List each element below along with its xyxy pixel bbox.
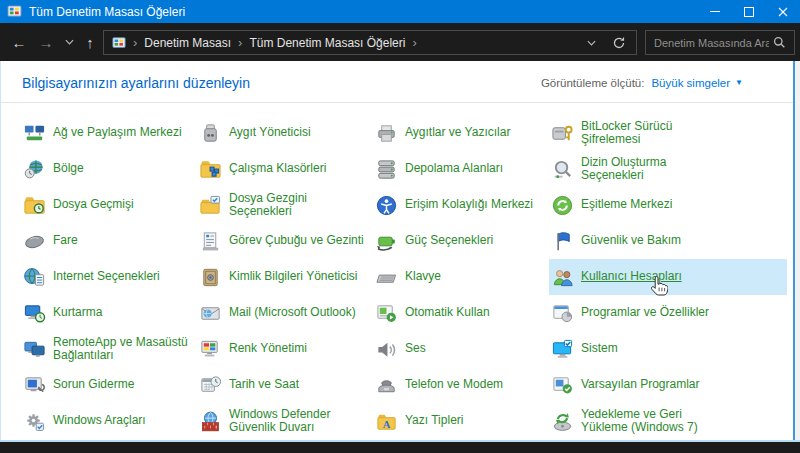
- control-panel-item[interactable]: Ses: [373, 331, 549, 367]
- item-label: Mail (Microsoft Outlook): [229, 306, 373, 320]
- control-panel-item[interactable]: Telefon ve Modem: [373, 367, 549, 403]
- control-panel-item[interactable]: RemoteApp ve Masaüstü Bağlantıları: [21, 331, 197, 367]
- control-panel-item[interactable]: Programlar ve Özellikler: [549, 295, 787, 331]
- up-button[interactable]: ↑: [78, 23, 102, 61]
- minimize-button[interactable]: [698, 0, 732, 23]
- control-panel-item[interactable]: Internet Seçenekleri: [21, 259, 197, 295]
- view-by-label: Görüntüleme ölçütü:: [541, 77, 645, 89]
- item-label: RemoteApp ve Masaüstü Bağlantıları: [53, 336, 197, 363]
- breadcrumb-item-control-panel[interactable]: Denetim Masası: [144, 36, 231, 50]
- item-label: Güvenlik ve Bakım: [581, 234, 727, 248]
- system-icon: [551, 338, 574, 361]
- window-right-edge: [795, 61, 800, 440]
- user-accounts-icon: [551, 266, 574, 289]
- control-panel-item[interactable]: Ağ ve Paylaşım Merkezi: [21, 115, 197, 151]
- control-panel-grid: Ağ ve Paylaşım MerkeziAygıt YöneticisiAy…: [21, 115, 787, 439]
- search-icon[interactable]: [773, 36, 786, 49]
- close-button[interactable]: [766, 0, 800, 23]
- breadcrumb-separator: ›: [412, 35, 416, 50]
- item-label: Internet Seçenekleri: [53, 270, 197, 284]
- content-header: Bilgisayarınızın ayarlarını düzenleyin G…: [1, 61, 793, 103]
- backup-restore-icon: [551, 410, 574, 433]
- control-panel-item[interactable]: Dosya Gezgini Seçenekleri: [197, 187, 373, 223]
- control-panel-item[interactable]: Görev Çubuğu ve Gezinti: [197, 223, 373, 259]
- control-panel-item[interactable]: Aygıtlar ve Yazıcılar: [373, 115, 549, 151]
- network-share-icon: [23, 122, 46, 145]
- control-panel-item[interactable]: Bölge: [21, 151, 197, 187]
- svg-text:A: A: [383, 418, 391, 429]
- control-panel-item[interactable]: Erişim Kolaylığı Merkezi: [373, 187, 549, 223]
- item-label: Renk Yönetimi: [229, 342, 373, 356]
- control-panel-item[interactable]: Otomatik Kullan: [373, 295, 549, 331]
- control-panel-item[interactable]: Sorun Giderme: [21, 367, 197, 403]
- item-label: Ağ ve Paylaşım Merkezi: [53, 126, 197, 140]
- default-programs-icon: [551, 374, 574, 397]
- control-panel-item[interactable]: Güvenlik ve Bakım: [549, 223, 787, 259]
- forward-icon: →: [39, 34, 54, 51]
- control-panel-item[interactable]: Klavye: [373, 259, 549, 295]
- fonts-icon: A: [375, 410, 398, 433]
- autoplay-icon: [375, 302, 398, 325]
- navigation-bar: ← → ↑ › Denetim Masası › Tüm Denetim Mas…: [0, 23, 800, 61]
- recovery-icon: [23, 302, 46, 325]
- sync-center-icon: [551, 194, 574, 217]
- bitlocker-icon: [551, 122, 574, 145]
- control-panel-icon: [7, 4, 22, 19]
- color-management-icon: [199, 338, 222, 361]
- item-label: Yedekleme ve Geri Yükleme (Windows 7): [581, 408, 727, 435]
- control-panel-item[interactable]: Aygıt Yöneticisi: [197, 115, 373, 151]
- control-panel-item[interactable]: Windows Araçları: [21, 403, 197, 439]
- keyboard-icon: [375, 266, 398, 289]
- item-label: Kimlik Bilgileri Yöneticisi: [229, 270, 373, 284]
- breadcrumb-separator: ›: [133, 35, 137, 50]
- address-dropdown-icon[interactable]: [587, 40, 596, 46]
- control-panel-item[interactable]: AYazı Tipleri: [373, 403, 549, 439]
- search-box: [645, 30, 795, 55]
- firewall-icon: [199, 410, 222, 433]
- region-icon: [23, 158, 46, 181]
- devices-printers-icon: [375, 122, 398, 145]
- control-panel-item[interactable]: Kurtarma: [21, 295, 197, 331]
- search-input[interactable]: [646, 37, 773, 49]
- control-panel-item[interactable]: Kullanıcı Hesapları: [549, 259, 787, 295]
- window-bottom-frame: [0, 440, 800, 453]
- back-icon: ←: [12, 34, 27, 51]
- forward-button[interactable]: →: [33, 23, 59, 61]
- control-panel-item[interactable]: Windows Defender Güvenlik Duvarı: [197, 403, 373, 439]
- recent-pages-button[interactable]: [58, 23, 80, 61]
- page-title: Bilgisayarınızın ayarlarını düzenleyin: [22, 75, 250, 91]
- control-panel-item[interactable]: Güç Seçenekleri: [373, 223, 549, 259]
- item-label: Windows Araçları: [53, 414, 197, 428]
- control-panel-item[interactable]: Çalışma Klasörleri: [197, 151, 373, 187]
- item-label: Aygıtlar ve Yazıcılar: [405, 126, 549, 140]
- item-label: Görev Çubuğu ve Gezinti: [229, 234, 373, 248]
- control-panel-item[interactable]: Tarih ve Saat: [197, 367, 373, 403]
- storage-spaces-icon: [375, 158, 398, 181]
- control-panel-item[interactable]: Yedekleme ve Geri Yükleme (Windows 7): [549, 403, 787, 439]
- chevron-down-icon: [65, 39, 74, 45]
- control-panel-item[interactable]: Mail (Microsoft Outlook): [197, 295, 373, 331]
- control-panel-item[interactable]: Kimlik Bilgileri Yöneticisi: [197, 259, 373, 295]
- back-button[interactable]: ←: [6, 23, 32, 61]
- control-panel-item[interactable]: Eşitleme Merkezi: [549, 187, 787, 223]
- control-panel-item[interactable]: Dosya Geçmişi: [21, 187, 197, 223]
- breadcrumb-item-all-items[interactable]: Tüm Denetim Masası Öğeleri: [249, 36, 405, 50]
- refresh-icon[interactable]: [612, 36, 626, 50]
- dropdown-caret-icon: ▼: [735, 78, 743, 87]
- control-panel-item[interactable]: Varsayılan Programlar: [549, 367, 787, 403]
- power-options-icon: [375, 230, 398, 253]
- security-maintenance-icon: [551, 230, 574, 253]
- view-by-dropdown[interactable]: Büyük simgeler: [651, 77, 730, 89]
- content-area: Bilgisayarınızın ayarlarını düzenleyin G…: [0, 61, 795, 440]
- control-panel-item[interactable]: Sistem: [549, 331, 787, 367]
- control-panel-item[interactable]: Dizin Oluşturma Seçenekleri: [549, 151, 787, 187]
- control-panel-item[interactable]: BitLocker Sürücü Şifrelemesi: [549, 115, 787, 151]
- control-panel-item[interactable]: Depolama Alanları: [373, 151, 549, 187]
- item-label: Otomatik Kullan: [405, 306, 549, 320]
- item-label: Bölge: [53, 162, 197, 176]
- maximize-button[interactable]: [732, 0, 766, 23]
- troubleshooting-icon: [23, 374, 46, 397]
- control-panel-item[interactable]: Fare: [21, 223, 197, 259]
- mail-icon: [199, 302, 222, 325]
- control-panel-item[interactable]: Renk Yönetimi: [197, 331, 373, 367]
